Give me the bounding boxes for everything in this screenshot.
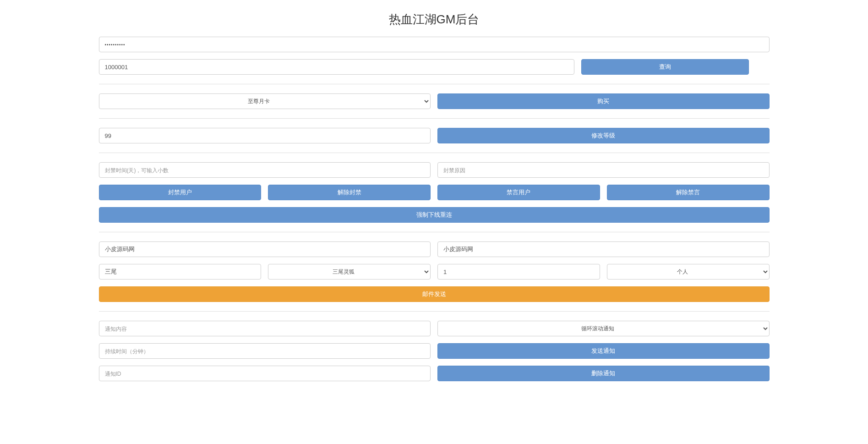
unban-button[interactable]: 解除封禁: [268, 185, 431, 200]
send-notification-button[interactable]: 发送通知: [437, 343, 770, 359]
mute-button[interactable]: 禁言用户: [437, 185, 600, 200]
page-title: 热血江湖GM后台: [99, 11, 770, 27]
mail-item-select[interactable]: 三尾灵狐: [268, 264, 431, 280]
mail-quantity-input[interactable]: [437, 264, 600, 280]
divider: [99, 84, 770, 84]
unmute-button[interactable]: 解除禁言: [607, 185, 770, 200]
divider: [99, 118, 770, 119]
notification-id-input[interactable]: [99, 366, 431, 381]
mail-recipient-input[interactable]: [437, 241, 770, 257]
mail-sender-input[interactable]: [99, 241, 431, 257]
user-id-input[interactable]: [99, 59, 574, 75]
ban-user-button[interactable]: 封禁用户: [99, 185, 262, 200]
modify-level-button[interactable]: 修改等级: [437, 128, 770, 143]
divider: [99, 153, 770, 153]
buy-button[interactable]: 购买: [437, 93, 770, 109]
card-type-select[interactable]: 至尊月卡: [99, 93, 431, 109]
divider: [99, 311, 770, 312]
mail-send-button[interactable]: 邮件发送: [99, 286, 770, 302]
delete-notification-button[interactable]: 删除通知: [437, 366, 770, 381]
force-offline-button[interactable]: 强制下线重连: [99, 207, 770, 223]
level-input[interactable]: [99, 128, 431, 143]
divider: [99, 232, 770, 232]
ban-reason-input[interactable]: [437, 162, 770, 178]
notification-type-select[interactable]: 循环滚动通知: [437, 321, 770, 336]
notification-duration-input[interactable]: [99, 343, 431, 359]
mail-scope-select[interactable]: 个人: [607, 264, 770, 280]
ban-duration-input[interactable]: [99, 162, 431, 178]
mail-item-name-input[interactable]: [99, 264, 262, 280]
query-button[interactable]: 查询: [581, 59, 749, 75]
password-input[interactable]: [99, 37, 770, 52]
notification-content-input[interactable]: [99, 321, 431, 336]
